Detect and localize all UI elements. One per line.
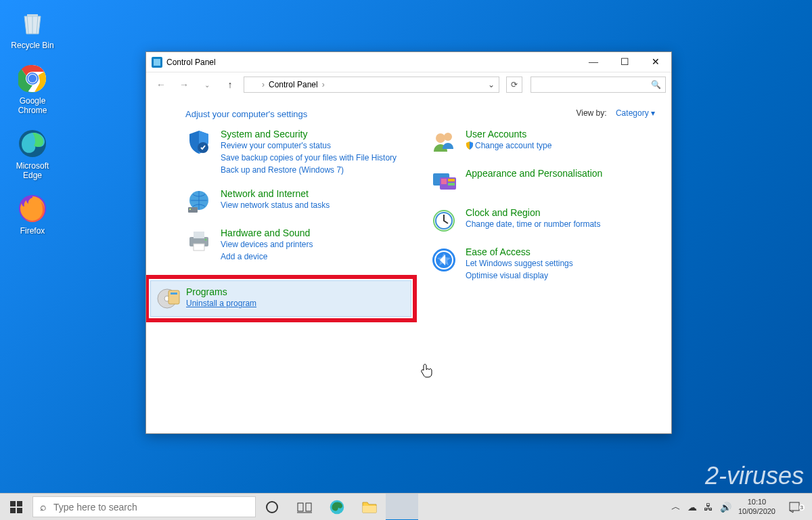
category-link[interactable]: View devices and printers: [221, 238, 410, 251]
shield-icon: [185, 129, 212, 156]
svg-rect-11: [194, 232, 204, 238]
programs-icon: [155, 285, 182, 312]
tray-onedrive-icon[interactable]: ☁: [687, 502, 697, 513]
svg-rect-22: [441, 179, 447, 184]
desktop-icon-microsoft-edge[interactable]: Microsoft Edge: [7, 127, 58, 180]
svg-rect-9: [189, 209, 191, 210]
svg-rect-38: [306, 503, 311, 511]
task-view-button[interactable]: [288, 494, 321, 521]
category-title[interactable]: Hardware and Sound: [221, 228, 410, 238]
category-title[interactable]: Programs: [186, 286, 404, 297]
category-link[interactable]: Change date, time or number formats: [466, 218, 655, 230]
svg-rect-33: [17, 501, 22, 506]
annotation-highlight: Programs Uninstall a program: [146, 275, 417, 322]
svg-rect-35: [17, 508, 22, 513]
svg-rect-17: [171, 292, 177, 295]
category-link[interactable]: Save backup copies of your files with Fi…: [221, 152, 410, 164]
desktop-icon-label: Google Chrome: [7, 96, 58, 115]
refresh-button[interactable]: ⟳: [506, 77, 522, 93]
nav-row: ← → ⌄ ↑ › Control Panel › ⌄ ⟳ 🔍: [146, 72, 671, 97]
user-accounts-icon: [430, 129, 457, 156]
desktop-icon-firefox[interactable]: Firefox: [7, 192, 58, 236]
tray-chevron-up-icon[interactable]: ︿: [671, 501, 681, 513]
category-system-security: System and Security Review your computer…: [185, 129, 410, 176]
category-link[interactable]: Back up and Restore (Windows 7): [221, 164, 410, 176]
search-input[interactable]: [535, 80, 651, 89]
titlebar[interactable]: Control Panel — ☐ ✕: [146, 52, 671, 72]
system-tray: ︿ ☁ 🖧 🔊 10:10 10/09/2020 3: [666, 494, 812, 520]
category-link[interactable]: Optimise visual display: [466, 269, 655, 282]
nav-up-button[interactable]: ↑: [221, 75, 240, 94]
window-title: Control Panel: [166, 58, 216, 67]
start-button[interactable]: [0, 494, 32, 520]
control-panel-icon: [248, 80, 258, 89]
category-ease-of-access: Ease of Access Let Windows suggest setti…: [430, 246, 655, 282]
taskbar: ⌕ ︿ ☁ 🖧 🔊 10:10 10/09/2020 3: [0, 493, 812, 520]
taskbar-search[interactable]: ⌕: [32, 496, 256, 517]
nav-back-button[interactable]: ←: [152, 75, 171, 94]
taskbar-buttons: [256, 494, 418, 520]
address-dropdown-button[interactable]: ⌄: [488, 80, 495, 89]
category-appearance: Appearance and Personalisation: [430, 168, 655, 195]
nav-forward-button[interactable]: →: [175, 75, 194, 94]
svg-rect-41: [363, 506, 376, 513]
tray-volume-icon[interactable]: 🔊: [720, 502, 731, 513]
svg-rect-32: [10, 501, 16, 506]
category-link[interactable]: Change account type: [466, 139, 655, 152]
svg-rect-23: [448, 179, 455, 181]
breadcrumb-root[interactable]: Control Panel: [269, 80, 318, 89]
breadcrumb-sep: ›: [322, 80, 325, 89]
category-title[interactable]: Ease of Access: [466, 246, 655, 257]
category-link[interactable]: View network status and tasks: [221, 199, 410, 211]
search-box[interactable]: 🔍: [531, 77, 666, 93]
tray-notifications-button[interactable]: 3: [782, 501, 807, 513]
chrome-icon: [16, 62, 49, 95]
category-title[interactable]: Network and Internet: [221, 188, 410, 199]
nav-recent-button[interactable]: ⌄: [198, 75, 217, 94]
close-button[interactable]: ✕: [640, 52, 671, 72]
notif-badge: 3: [799, 504, 805, 511]
desktop-icon-google-chrome[interactable]: Google Chrome: [7, 62, 58, 115]
category-title[interactable]: User Accounts: [466, 129, 655, 139]
clock-icon: [430, 207, 457, 234]
category-title[interactable]: System and Security: [221, 129, 410, 139]
category-title[interactable]: Appearance and Personalisation: [466, 168, 655, 179]
left-column: System and Security Review your computer…: [185, 129, 410, 322]
uninstall-program-link[interactable]: Uninstall a program: [186, 297, 404, 309]
desktop: Recycle Bin Google Chrome Microsoft Edge…: [0, 0, 135, 248]
window-buttons: — ☐ ✕: [578, 52, 671, 72]
category-link[interactable]: Review your computer's status: [221, 139, 410, 152]
category-clock-region: Clock and Region Change date, time or nu…: [430, 207, 655, 234]
desktop-icon-recycle-bin[interactable]: Recycle Bin: [7, 7, 58, 50]
breadcrumb-sep: ›: [262, 80, 265, 89]
cortana-button[interactable]: [256, 494, 288, 521]
maximize-button[interactable]: ☐: [609, 52, 640, 72]
firefox-icon: [16, 192, 49, 225]
search-icon[interactable]: 🔍: [651, 80, 661, 89]
tray-clock[interactable]: 10:10 10/09/2020: [738, 498, 775, 515]
view-by-dropdown[interactable]: Category ▾: [616, 108, 655, 118]
category-user-accounts: User Accounts Change account type: [430, 129, 655, 156]
taskbar-search-input[interactable]: [53, 502, 248, 513]
tray-network-icon[interactable]: 🖧: [704, 502, 713, 513]
taskbar-app-file-explorer[interactable]: [353, 494, 386, 521]
globe-icon: [185, 188, 212, 215]
minimize-button[interactable]: —: [578, 52, 609, 72]
category-link[interactable]: Add a device: [221, 251, 410, 263]
category-title[interactable]: Clock and Region: [466, 207, 655, 218]
watermark: 2-viruses: [705, 462, 804, 490]
edge-icon: [16, 127, 49, 160]
desktop-icon-label: Microsoft Edge: [7, 161, 58, 180]
svg-rect-37: [298, 503, 303, 511]
svg-point-19: [444, 133, 452, 141]
tray-time: 10:10: [738, 498, 775, 506]
svg-rect-24: [448, 183, 455, 186]
category-programs[interactable]: Programs Uninstall a program: [150, 280, 411, 317]
tray-date: 10/09/2020: [738, 507, 775, 516]
control-panel-icon: [152, 57, 162, 68]
address-bar[interactable]: › Control Panel › ⌄: [244, 77, 499, 93]
category-network-internet: Network and Internet View network status…: [185, 188, 410, 215]
category-link[interactable]: Let Windows suggest settings: [466, 257, 655, 269]
taskbar-app-edge[interactable]: [321, 494, 353, 521]
taskbar-app-control-panel[interactable]: [386, 494, 418, 521]
